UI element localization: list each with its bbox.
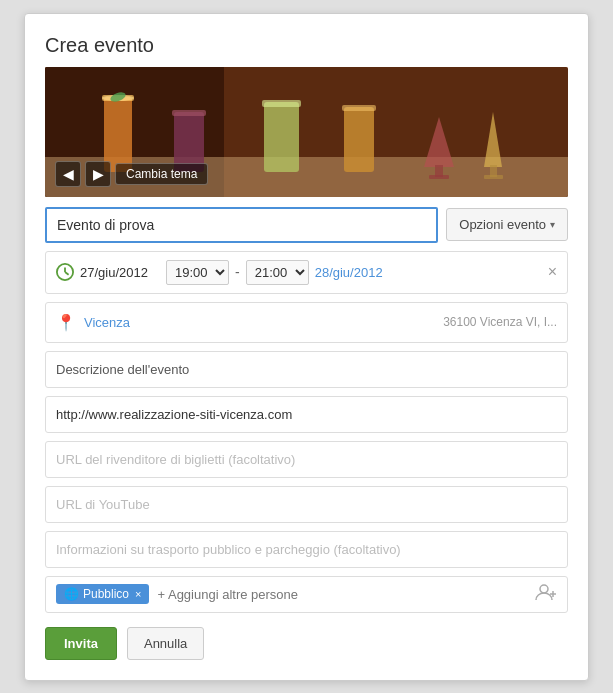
svg-line-21	[65, 272, 69, 275]
dialog-title: Crea evento	[45, 34, 568, 57]
start-time-select[interactable]: 19:00 20:00 21:00	[166, 260, 229, 285]
svg-rect-8	[264, 102, 299, 172]
svg-point-22	[540, 585, 548, 593]
datetime-row: 27/giu/2012 19:00 20:00 21:00 - 19:00 20…	[45, 251, 568, 294]
location-address: 36100 Vicenza VI, I...	[443, 315, 557, 329]
options-event-label: Opzioni evento	[459, 217, 546, 232]
hero-controls: ◀ ▶ Cambia tema	[55, 161, 208, 187]
cancel-button[interactable]: Annulla	[127, 627, 204, 660]
hero-prev-button[interactable]: ◀	[55, 161, 81, 187]
add-people-input[interactable]	[157, 587, 527, 602]
action-row: Invita Annulla	[45, 627, 568, 660]
hero-image-area: ◀ ▶ Cambia tema	[45, 67, 568, 197]
event-name-input[interactable]	[45, 207, 438, 243]
svg-rect-7	[172, 110, 206, 116]
location-row: 📍 Vicenza 36100 Vicenza VI, I...	[45, 302, 568, 343]
add-person-icon[interactable]	[535, 583, 557, 606]
svg-rect-14	[429, 175, 449, 179]
public-badge-label: Pubblico	[83, 587, 129, 601]
event-name-row: Opzioni evento ▾	[45, 207, 568, 243]
url-main-value: http://www.realizzazione-siti-vicenza.co…	[56, 407, 292, 422]
transport-info-placeholder: Informazioni su trasporto pubblico e par…	[56, 542, 401, 557]
chevron-down-icon: ▾	[550, 219, 555, 230]
description-label: Descrizione dell'evento	[56, 362, 189, 377]
create-event-dialog: Crea evento	[24, 13, 589, 681]
url-youtube-field[interactable]: URL di YouTube	[45, 486, 568, 523]
location-name[interactable]: Vicenza	[84, 315, 130, 330]
change-theme-button[interactable]: Cambia tema	[115, 163, 208, 185]
options-event-button[interactable]: Opzioni evento ▾	[446, 208, 568, 241]
audience-row: 🌐 Pubblico ×	[45, 576, 568, 613]
description-row[interactable]: Descrizione dell'evento	[45, 351, 568, 388]
end-time-select[interactable]: 19:00 20:00 21:00 22:00	[246, 260, 309, 285]
url-youtube-placeholder: URL di YouTube	[56, 497, 150, 512]
start-date[interactable]: 27/giu/2012	[80, 265, 160, 280]
remove-public-badge-button[interactable]: ×	[135, 588, 141, 600]
globe-icon: 🌐	[64, 587, 79, 601]
url-main-field[interactable]: http://www.realizzazione-siti-vicenza.co…	[45, 396, 568, 433]
svg-rect-11	[342, 105, 376, 111]
end-date[interactable]: 28/giu/2012	[315, 265, 395, 280]
public-badge: 🌐 Pubblico ×	[56, 584, 149, 604]
map-pin-icon: 📍	[56, 313, 76, 332]
svg-rect-9	[262, 100, 301, 107]
clock-icon	[56, 263, 74, 281]
invite-button[interactable]: Invita	[45, 627, 117, 660]
svg-rect-17	[484, 175, 503, 179]
url-tickets-field[interactable]: URL del rivenditore di biglietti (facolt…	[45, 441, 568, 478]
transport-info-field[interactable]: Informazioni su trasporto pubblico e par…	[45, 531, 568, 568]
time-separator: -	[235, 264, 240, 280]
clear-date-button[interactable]: ×	[548, 263, 557, 281]
svg-rect-10	[344, 107, 374, 172]
url-tickets-placeholder: URL del rivenditore di biglietti (facolt…	[56, 452, 295, 467]
hero-next-button[interactable]: ▶	[85, 161, 111, 187]
